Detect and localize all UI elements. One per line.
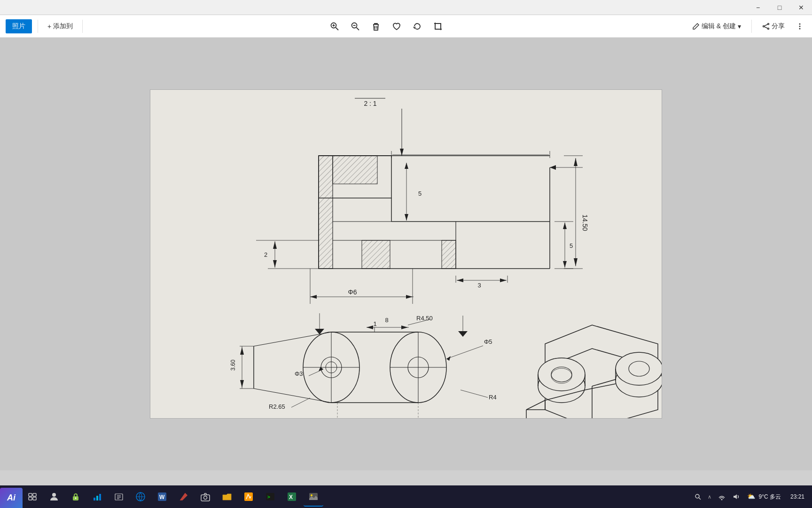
taskbar-icon-folder[interactable] — [217, 487, 237, 507]
svg-text:3.60: 3.60 — [230, 359, 236, 371]
svg-marker-126 — [458, 331, 468, 337]
svg-marker-55 — [500, 278, 507, 282]
svg-marker-48 — [563, 222, 567, 229]
svg-text:14.50: 14.50 — [581, 214, 589, 231]
svg-line-101 — [446, 346, 483, 359]
svg-marker-97 — [401, 325, 408, 329]
more-options-button[interactable] — [793, 20, 806, 33]
systray-network[interactable] — [716, 493, 727, 500]
toolbar-right: 编辑 & 创建 ▾ 分享 — [687, 19, 806, 33]
taskbar-icon-chart[interactable] — [87, 487, 107, 507]
svg-marker-68 — [405, 214, 408, 221]
svg-line-14 — [764, 26, 767, 28]
edit-create-label: 编辑 & 创建 — [702, 22, 736, 31]
taskbar-icon-paint[interactable] — [174, 487, 194, 507]
svg-point-173 — [311, 494, 312, 496]
zoom-in-button[interactable] — [326, 18, 343, 35]
favorite-button[interactable] — [388, 18, 405, 35]
svg-line-115 — [461, 390, 488, 397]
weather-text: 9°C 多云 — [758, 493, 781, 500]
minimize-button[interactable]: − — [747, 0, 769, 15]
svg-marker-110 — [240, 380, 244, 388]
plus-icon: + — [47, 23, 51, 30]
taskbar-icon-browser[interactable] — [131, 487, 150, 507]
svg-line-175 — [699, 498, 701, 500]
svg-marker-60 — [273, 241, 277, 249]
weather-icon: ⛅ — [747, 492, 755, 500]
svg-line-13 — [764, 24, 767, 25]
task-view-button[interactable] — [23, 487, 42, 507]
svg-text:Φ3: Φ3 — [295, 370, 303, 377]
svg-rect-151 — [33, 497, 36, 500]
svg-text:W: W — [159, 494, 165, 500]
svg-text:2: 2 — [264, 251, 267, 258]
svg-marker-54 — [457, 278, 463, 282]
taskbar-icon-photos-active[interactable] — [304, 487, 323, 507]
svg-point-138 — [629, 361, 649, 376]
taskbar-icon-terminal[interactable]: > — [260, 487, 280, 507]
close-button[interactable]: ✕ — [790, 0, 812, 15]
systray-speaker[interactable] — [730, 493, 742, 500]
svg-point-152 — [52, 493, 56, 497]
svg-text:R4: R4 — [489, 394, 497, 401]
add-to-label: 添加到 — [53, 22, 73, 31]
taskbar: W > X — [0, 485, 812, 508]
taskbar-icon-person[interactable] — [44, 487, 64, 507]
toolbar-separator-3 — [751, 20, 752, 33]
svg-text:2 : 1: 2 : 1 — [364, 100, 376, 107]
svg-text:5: 5 — [418, 190, 422, 197]
svg-point-166 — [204, 496, 207, 500]
svg-rect-149 — [33, 493, 36, 496]
svg-marker-109 — [240, 347, 244, 355]
taskbar-icon-sketch[interactable] — [239, 487, 258, 507]
taskbar-icon-word[interactable]: W — [152, 487, 172, 507]
svg-marker-69 — [405, 163, 408, 169]
taskbar-icon-news[interactable] — [109, 487, 129, 507]
svg-rect-150 — [29, 497, 32, 500]
share-button[interactable]: 分享 — [757, 19, 789, 33]
svg-point-12 — [763, 25, 765, 27]
svg-rect-9 — [435, 24, 441, 29]
svg-marker-73 — [310, 295, 317, 299]
photos-button[interactable]: 照片 — [6, 19, 32, 33]
svg-line-1 — [336, 27, 338, 30]
svg-marker-42 — [574, 158, 578, 166]
svg-rect-148 — [29, 493, 32, 496]
svg-text:5: 5 — [570, 242, 573, 249]
rotate-button[interactable] — [409, 18, 426, 35]
ai-label: Ai — [7, 493, 16, 503]
svg-point-10 — [768, 23, 769, 24]
svg-marker-74 — [406, 295, 413, 299]
toolbar: 照片 + 添加到 — [0, 15, 812, 38]
add-to-button[interactable]: + 添加到 — [44, 18, 77, 35]
toolbar-separator-2 — [82, 20, 83, 33]
ai-badge[interactable]: Ai — [0, 488, 23, 508]
delete-button[interactable] — [367, 18, 384, 35]
svg-text:R2.65: R2.65 — [269, 403, 285, 410]
taskbar-icon-lock[interactable] — [66, 487, 86, 507]
systray-search — [693, 493, 703, 500]
svg-rect-31 — [319, 156, 333, 269]
systray-chevron[interactable]: ∧ — [706, 494, 713, 500]
svg-rect-37 — [362, 240, 390, 269]
taskbar-icon-excel[interactable]: X — [282, 487, 302, 507]
svg-line-88 — [254, 389, 331, 403]
svg-point-132 — [551, 367, 572, 382]
crop-button[interactable] — [429, 18, 446, 35]
svg-line-113 — [291, 398, 310, 407]
edit-create-button[interactable]: 编辑 & 创建 ▾ — [687, 19, 746, 33]
svg-rect-156 — [96, 496, 98, 500]
taskbar-icon-camera[interactable] — [195, 487, 215, 507]
time-display: 23:21 — [790, 493, 804, 500]
maximize-button[interactable]: □ — [769, 0, 790, 15]
zoom-out-button[interactable] — [347, 18, 364, 35]
svg-text:3: 3 — [477, 282, 481, 289]
svg-marker-71 — [550, 165, 556, 170]
svg-rect-24 — [333, 156, 377, 184]
taskbar-right: ∧ ⛅ 9°C 多云 23:21 — [693, 492, 812, 501]
svg-point-154 — [75, 498, 77, 499]
titlebar: − □ ✕ — [0, 0, 812, 15]
svg-point-11 — [768, 28, 769, 29]
main-content: 2 : 1 — [0, 38, 812, 470]
svg-point-176 — [721, 499, 723, 500]
